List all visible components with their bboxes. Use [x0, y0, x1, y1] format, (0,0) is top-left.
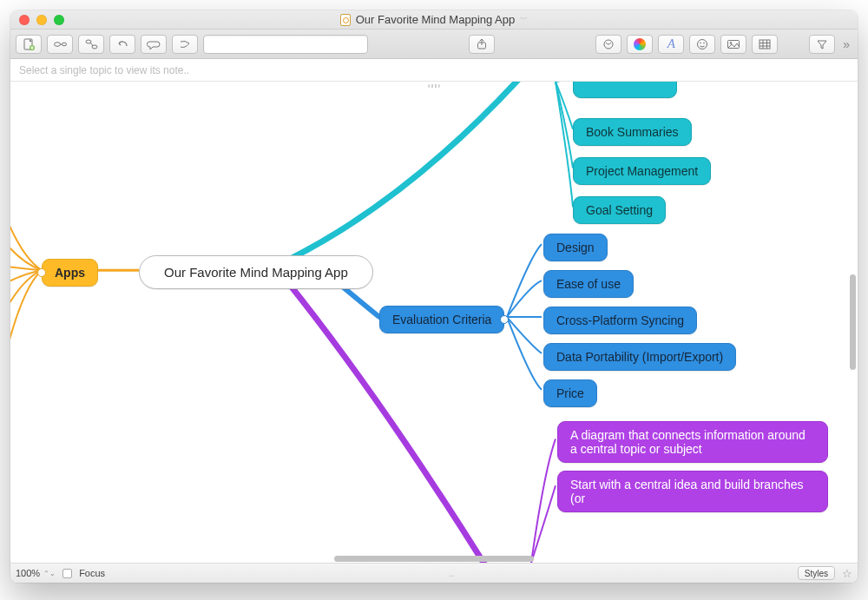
criteria-ease-of-use[interactable]: Ease of use: [543, 270, 634, 298]
svg-rect-13: [760, 40, 770, 49]
new-document-button[interactable]: [16, 35, 42, 54]
horizontal-scrollbar[interactable]: [334, 556, 534, 562]
criteria-sync[interactable]: Cross-Platform Syncing: [543, 307, 697, 334]
collapse-toggle-icon[interactable]: [500, 315, 509, 324]
theme-button[interactable]: [595, 35, 621, 54]
note-bar[interactable]: Select a single topic to view its note..: [10, 59, 858, 82]
collapse-toggle-icon[interactable]: [37, 268, 46, 277]
apps-topic[interactable]: Apps: [42, 259, 98, 287]
svg-point-3: [62, 43, 67, 46]
zoom-control[interactable]: 100% ⌃⌄: [16, 568, 56, 578]
app-window: Our Favorite Mind Mapping App ﹀: [10, 10, 858, 583]
vertical-scrollbar[interactable]: [850, 274, 856, 370]
status-bar: 100% ⌃⌄ Focus .. Styles ☆: [10, 564, 858, 583]
central-topic[interactable]: Our Favorite Mind Mapping App: [139, 255, 373, 289]
filter-button[interactable]: [809, 35, 835, 54]
add-relationship-button[interactable]: [172, 35, 198, 54]
criteria-design[interactable]: Design: [543, 234, 608, 261]
toolbar: A »: [10, 30, 858, 59]
title-chevron-icon: ﹀: [520, 14, 528, 25]
color-button[interactable]: [627, 35, 653, 54]
document-icon: [340, 14, 351, 26]
zoom-window-button[interactable]: [54, 15, 64, 25]
svg-point-9: [700, 42, 701, 43]
mind-map-canvas[interactable]: Apps Our Favorite Mind Mapping App Evalu…: [10, 82, 858, 564]
styles-button[interactable]: Styles: [798, 566, 835, 580]
add-sibling-topic-button[interactable]: [78, 35, 104, 54]
note-placeholder: Select a single topic to view its note..: [19, 64, 189, 76]
window-title: Our Favorite Mind Mapping App ﹀: [10, 13, 858, 26]
close-window-button[interactable]: [19, 15, 30, 25]
add-child-topic-button[interactable]: [47, 35, 73, 54]
focus-checkbox[interactable]: [62, 569, 72, 578]
evaluation-criteria-topic[interactable]: Evaluation Criteria: [379, 306, 504, 333]
share-button[interactable]: [469, 35, 495, 54]
central-label: Our Favorite Mind Mapping App: [164, 265, 348, 280]
definition-diagram[interactable]: A diagram that connects information arou…: [557, 421, 828, 463]
chevron-up-down-icon: ⌃⌄: [43, 570, 56, 577]
zoom-value: 100%: [16, 568, 40, 578]
title-bar[interactable]: Our Favorite Mind Mapping App ﹀: [10, 10, 858, 30]
toolbar-overflow-button[interactable]: »: [840, 37, 852, 51]
svg-point-2: [55, 42, 61, 46]
favorite-star-icon[interactable]: ☆: [842, 567, 852, 580]
criteria-price[interactable]: Price: [543, 379, 597, 407]
color-wheel-icon: [634, 38, 646, 50]
focus-label: Focus: [79, 568, 105, 578]
svg-point-8: [698, 39, 707, 49]
window-title-text: Our Favorite Mind Mapping App: [356, 13, 516, 26]
svg-point-10: [703, 42, 705, 43]
status-center: ..: [112, 568, 791, 578]
add-callout-button[interactable]: [141, 35, 167, 54]
image-button[interactable]: [720, 35, 746, 54]
uses-goal-setting[interactable]: Goal Setting: [573, 196, 666, 224]
criteria-portability[interactable]: Data Portability (Import/Export): [543, 343, 736, 371]
table-button[interactable]: [752, 35, 778, 54]
topic-style-input[interactable]: [203, 35, 368, 54]
svg-point-12: [730, 42, 732, 43]
font-button[interactable]: A: [658, 35, 684, 54]
minimize-window-button[interactable]: [36, 15, 47, 25]
uses-book-summaries[interactable]: Book Summaries: [573, 118, 692, 146]
undo-button[interactable]: [109, 35, 135, 54]
uses-project-management[interactable]: Project Management: [573, 157, 711, 185]
evaluation-label: Evaluation Criteria: [392, 313, 491, 326]
traffic-lights: [10, 15, 64, 25]
uses-topic-partial[interactable]: [573, 82, 677, 98]
definition-branches[interactable]: Start with a central idea and build bran…: [557, 471, 828, 512]
apps-label: Apps: [55, 266, 85, 280]
emoji-button[interactable]: [689, 35, 715, 54]
